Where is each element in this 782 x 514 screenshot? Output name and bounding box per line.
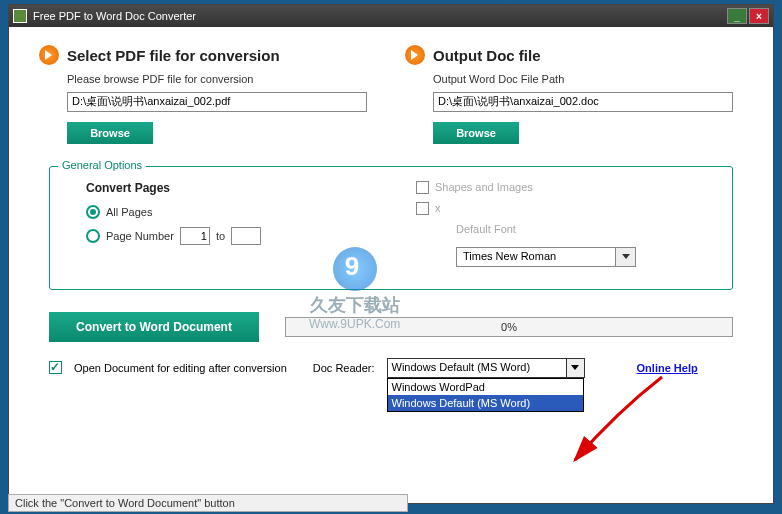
open-after-checkbox[interactable] bbox=[49, 361, 62, 374]
app-window: Free PDF to Word Doc Converter _ × Selec… bbox=[8, 4, 774, 504]
select-pdf-section: Select PDF file for conversion Please br… bbox=[39, 45, 377, 144]
use-font-checkbox[interactable] bbox=[416, 202, 429, 215]
arrow-right-icon bbox=[405, 45, 425, 65]
page-to-input[interactable] bbox=[231, 227, 261, 245]
font-value: Times New Roman bbox=[456, 247, 616, 267]
doc-reader-dropdown-button[interactable] bbox=[567, 358, 585, 378]
doc-reader-combo[interactable]: Windows Default (MS Word) Windows WordPa… bbox=[387, 358, 585, 378]
minimize-button[interactable]: _ bbox=[727, 8, 747, 24]
doc-reader-value: Windows Default (MS Word) bbox=[387, 358, 567, 378]
font-combo[interactable]: Times New Roman bbox=[456, 247, 714, 267]
online-help-link[interactable]: Online Help bbox=[637, 362, 698, 374]
progress-bar: 0% bbox=[285, 317, 733, 337]
app-icon bbox=[13, 9, 27, 23]
open-after-label: Open Document for editing after conversi… bbox=[74, 362, 287, 374]
doc-path-input[interactable] bbox=[433, 92, 733, 112]
all-pages-label: All Pages bbox=[106, 206, 152, 218]
doc-reader-label: Doc Reader: bbox=[313, 362, 375, 374]
select-pdf-subtitle: Please browse PDF file for conversion bbox=[67, 73, 377, 85]
dropdown-option-wordpad[interactable]: Windows WordPad bbox=[388, 379, 583, 395]
app-title: Free PDF to Word Doc Converter bbox=[33, 10, 196, 22]
all-pages-radio[interactable] bbox=[86, 205, 100, 219]
general-options-legend: General Options bbox=[58, 159, 146, 171]
to-label: to bbox=[216, 230, 225, 242]
dropdown-option-msword[interactable]: Windows Default (MS Word) bbox=[388, 395, 583, 411]
output-doc-section: Output Doc file Output Word Doc File Pat… bbox=[405, 45, 743, 144]
content-area: Select PDF file for conversion Please br… bbox=[9, 27, 773, 503]
shapes-checkbox[interactable] bbox=[416, 181, 429, 194]
default-font-label: Default Font bbox=[456, 223, 714, 235]
status-bar: Click the "Convert to Word Document" but… bbox=[8, 494, 408, 512]
titlebar: Free PDF to Word Doc Converter _ × bbox=[9, 5, 773, 27]
page-number-label: Page Number bbox=[106, 230, 174, 242]
convert-button[interactable]: Convert to Word Document bbox=[49, 312, 259, 342]
font-dropdown-button[interactable] bbox=[616, 247, 636, 267]
close-button[interactable]: × bbox=[749, 8, 769, 24]
browse-pdf-button[interactable]: Browse bbox=[67, 122, 153, 144]
browse-doc-button[interactable]: Browse bbox=[433, 122, 519, 144]
doc-reader-dropdown: Windows WordPad Windows Default (MS Word… bbox=[387, 378, 584, 412]
general-options-group: General Options Convert Pages All Pages … bbox=[49, 166, 733, 290]
page-number-radio[interactable] bbox=[86, 229, 100, 243]
shapes-label: Shapes and Images bbox=[435, 181, 533, 193]
select-pdf-title: Select PDF file for conversion bbox=[67, 47, 280, 64]
output-doc-subtitle: Output Word Doc File Path bbox=[433, 73, 743, 85]
pdf-path-input[interactable] bbox=[67, 92, 367, 112]
arrow-right-icon bbox=[39, 45, 59, 65]
page-from-input[interactable] bbox=[180, 227, 210, 245]
use-font-label: x bbox=[435, 202, 441, 214]
convert-pages-title: Convert Pages bbox=[86, 181, 366, 195]
output-doc-title: Output Doc file bbox=[433, 47, 541, 64]
